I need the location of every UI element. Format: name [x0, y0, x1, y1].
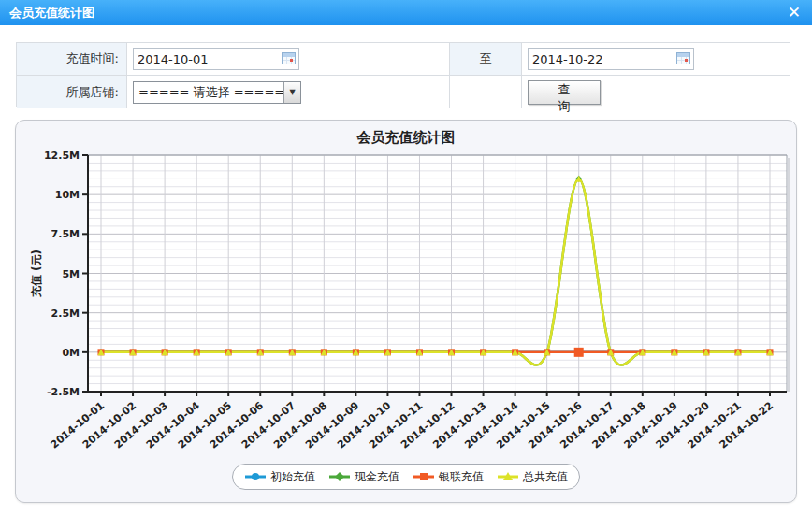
dialog-titlebar: 会员充值统计图 ✕ — [0, 0, 812, 25]
svg-text:5M: 5M — [62, 268, 80, 280]
date-to-input-wrap — [528, 48, 694, 70]
chart-title: 会员充值统计图 — [16, 129, 796, 147]
svg-text:2.5M: 2.5M — [51, 308, 80, 320]
query-button[interactable]: 查 询 — [528, 80, 601, 105]
svg-text:充值 (元): 充值 (元) — [30, 250, 43, 298]
svg-text:10M: 10M — [55, 189, 80, 201]
svg-text:12.5M: 12.5M — [44, 150, 80, 162]
shop-select-value: ===== 请选择 ===== — [134, 84, 283, 101]
legend-item-现金充值[interactable]: 现金充值 — [328, 469, 399, 485]
legend-label: 现金充值 — [355, 469, 399, 485]
shop-label: 所属店铺: — [17, 76, 127, 108]
svg-text:2014-10-01: 2014-10-01 — [49, 399, 107, 451]
close-icon[interactable]: ✕ — [788, 3, 801, 21]
recharge-time-label: 充值时间: — [17, 43, 127, 76]
legend-label: 总共充值 — [523, 469, 568, 485]
legend-item-总共充值[interactable]: 总共充值 — [497, 469, 568, 485]
calendar-icon[interactable] — [282, 52, 296, 64]
query-form: 充值时间: 至 所属店铺: ===== 请选择 ===== ▼ 查 询 — [16, 42, 790, 107]
recharge-line-chart: -2.5M0M2.5M5M7.5M10M12.5M2014-10-012014-… — [16, 147, 798, 459]
date-to-cell — [522, 43, 790, 76]
svg-text:-2.5M: -2.5M — [47, 386, 80, 398]
empty-cell — [449, 76, 522, 108]
chart-panel: 会员充值统计图 -2.5M0M2.5M5M7.5M10M12.5M2014-10… — [15, 120, 797, 503]
diamond-marker-icon — [328, 471, 351, 482]
date-from-input[interactable] — [134, 50, 274, 68]
date-from-input-wrap — [133, 48, 299, 70]
triangle-marker-icon — [497, 471, 519, 482]
legend-item-银联充值[interactable]: 银联充值 — [413, 469, 484, 485]
legend-item-初始充值[interactable]: 初始充值 — [244, 469, 315, 485]
to-label: 至 — [449, 43, 522, 76]
svg-text:0M: 0M — [62, 347, 80, 359]
date-from-cell — [127, 43, 449, 76]
date-to-input[interactable] — [529, 50, 669, 68]
circle-marker-icon — [244, 471, 267, 482]
chevron-down-icon: ▼ — [283, 82, 300, 103]
legend-label: 初始充值 — [270, 469, 315, 485]
query-cell: 查 询 — [522, 76, 790, 108]
shop-select[interactable]: ===== 请选择 ===== ▼ — [133, 81, 301, 104]
chart-legend: 初始充值现金充值银联充值总共充值 — [232, 464, 580, 490]
dialog-title: 会员充值统计图 — [0, 5, 94, 21]
square-marker-icon — [413, 471, 435, 482]
calendar-icon[interactable] — [676, 52, 690, 64]
member-recharge-dialog: 会员充值统计图 ✕ 充值时间: 至 所属店铺: ===== 请选择 ===== … — [0, 0, 812, 515]
shop-cell: ===== 请选择 ===== ▼ — [127, 76, 449, 108]
legend-label: 银联充值 — [439, 469, 484, 485]
svg-text:7.5M: 7.5M — [51, 228, 80, 240]
